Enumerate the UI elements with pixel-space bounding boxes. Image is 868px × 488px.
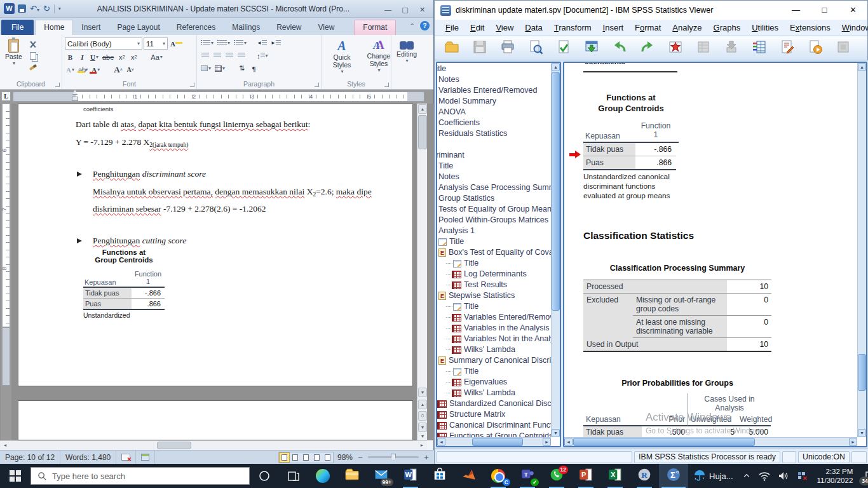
tree-item-title[interactable]: Title: [437, 258, 551, 269]
page-indicator[interactable]: Page: 10 of 12: [0, 451, 60, 464]
action-center-button[interactable]: 34: [858, 464, 868, 488]
document-page-next[interactable]: [18, 400, 413, 440]
customize-qat-icon[interactable]: ▾: [58, 6, 61, 11]
tab-format[interactable]: Format: [354, 20, 396, 35]
tree-item-variables-entered-removed[interactable]: Variables Entered/Removed: [437, 312, 551, 323]
scroll-right-icon[interactable]: ►: [849, 438, 857, 446]
quick-styles-button[interactable]: A Quick Styles ▾: [324, 37, 360, 76]
document-page[interactable]: coefficients Dari table di atas, dapat k…: [18, 104, 413, 386]
borders-button[interactable]: ▾: [214, 63, 226, 74]
taskbar-app-edge[interactable]: [308, 464, 337, 488]
tree-item-structure-matrix[interactable]: Structure Matrix: [437, 409, 551, 420]
left-indent-marker[interactable]: [72, 97, 78, 101]
align-center-button[interactable]: [212, 50, 222, 61]
output-content[interactable]: coefficients Functions at Group Centroid…: [564, 63, 857, 437]
scroll-down-icon[interactable]: ▼: [858, 429, 866, 437]
print-preview-button[interactable]: [525, 38, 546, 58]
web-layout-view-button[interactable]: [301, 452, 311, 463]
scroll-down-icon[interactable]: ▼: [552, 429, 560, 437]
menu-insert[interactable]: Insert: [597, 21, 630, 34]
collapse-ribbon-icon[interactable]: ⌃: [410, 22, 415, 29]
taskbar-app-mail[interactable]: 99+: [367, 464, 396, 488]
menu-window[interactable]: Window: [836, 21, 868, 34]
word-horizontal-scrollbar[interactable]: ◄ ►: [0, 440, 427, 450]
tree-item-tests-of-equality-of-group-means[interactable]: Tests of Equality of Group Means: [437, 204, 551, 215]
maximize-button[interactable]: ▢: [397, 3, 414, 15]
tree-item-functions-at-group-centroids[interactable]: Functions at Group Centroids: [437, 431, 551, 437]
minimize-button[interactable]: —: [379, 3, 397, 15]
menu-utilities[interactable]: Utilities: [746, 21, 784, 34]
scrollbar-thumb[interactable]: [472, 438, 523, 446]
tree-item-title[interactable]: Title: [437, 366, 551, 377]
taskbar-app-word[interactable]: W: [396, 464, 425, 488]
taskbar-app-whatsapp[interactable]: 12: [542, 464, 571, 488]
scrollbar-thumb[interactable]: [157, 442, 191, 449]
numbering-button[interactable]: ▾: [216, 37, 231, 48]
tree-item-title[interactable]: Title: [437, 161, 551, 172]
menu-view[interactable]: View: [490, 21, 519, 34]
content-horizontal-scrollbar[interactable]: ◄ ►: [564, 437, 857, 446]
redo-button[interactable]: [637, 38, 658, 58]
help-icon[interactable]: ?: [420, 21, 430, 30]
tab-file[interactable]: File: [1, 20, 34, 35]
paragraph-dialog-launcher-icon[interactable]: [315, 83, 319, 87]
variables-button[interactable]: [749, 38, 770, 58]
tree-item-title[interactable]: Title: [437, 64, 551, 74]
taskbar-app-teams[interactable]: T✓: [513, 464, 542, 488]
tree-item-variables-not-in-the-analysis[interactable]: Variables Not in the Analysis: [437, 334, 551, 344]
zoom-slider-thumb[interactable]: [391, 454, 396, 461]
spellcheck-status[interactable]: [116, 451, 136, 464]
scroll-up-icon[interactable]: ▲: [418, 104, 427, 114]
font-size-select[interactable]: 11▾: [144, 37, 168, 50]
font-color-button[interactable]: A▾: [90, 64, 101, 75]
menu-analyze[interactable]: Analyze: [667, 21, 707, 34]
text-effects-button[interactable]: A▾: [65, 64, 76, 75]
sort-button[interactable]: ⇅: [236, 63, 247, 74]
tree-item-group-statistics[interactable]: Group Statistics: [437, 193, 551, 204]
strikethrough-button[interactable]: abe: [101, 51, 115, 62]
scroll-left-icon[interactable]: ◄: [1, 442, 10, 449]
weather-widget[interactable]: Huja...: [688, 470, 738, 482]
superscript-button[interactable]: x2: [128, 51, 139, 62]
tree-item-summary-of-canonical-discriminant-functions[interactable]: ESummary of Canonical Discriminant Funct…: [437, 355, 551, 366]
taskbar-app-file-explorer[interactable]: [337, 464, 367, 488]
grow-font-button[interactable]: A˄: [112, 64, 123, 75]
print-layout-view-button[interactable]: [279, 452, 290, 463]
multilevel-list-button[interactable]: ▾: [233, 37, 248, 48]
tree-item-notes[interactable]: Notes: [437, 74, 551, 85]
volume-button[interactable]: [774, 464, 793, 488]
tree-item-variables-in-the-analysis[interactable]: Variables in the Analysis: [437, 323, 551, 334]
format-painter-button[interactable]: [27, 62, 39, 72]
tree-item-residuals-statistics[interactable]: Residuals Statistics: [437, 128, 551, 139]
zoom-slider[interactable]: [368, 456, 419, 458]
font-dialog-launcher-icon[interactable]: [190, 83, 194, 87]
align-left-button[interactable]: [200, 50, 210, 61]
maximize-button[interactable]: □: [810, 1, 839, 20]
menu-data[interactable]: Data: [519, 21, 548, 34]
menu-graphs[interactable]: Graphs: [708, 21, 747, 34]
tree-item-stepwise-statistics[interactable]: EStepwise Statistics: [437, 290, 551, 301]
menu-file[interactable]: File: [440, 21, 465, 34]
scroll-right-icon[interactable]: ►: [543, 438, 551, 446]
tree-item-canonical-discriminant-function-coefficients[interactable]: Canonical Discriminant Function Coeffici…: [437, 420, 551, 431]
editing-button[interactable]: Editing ▾: [394, 40, 419, 65]
tree-item-title[interactable]: Title: [437, 236, 551, 247]
paste-button[interactable]: Paste ▾: [3, 37, 25, 72]
tree-item-pooled-within-groups-matrices[interactable]: Pooled Within-Groups Matrices: [437, 215, 551, 226]
vertical-ruler[interactable]: 678: [1, 104, 11, 440]
tab-review[interactable]: Review: [268, 20, 309, 35]
bold-button[interactable]: B: [65, 51, 76, 62]
increase-indent-button[interactable]: ►: [269, 37, 282, 48]
clock[interactable]: 2:32 PM 11/30/2022: [812, 467, 858, 485]
zoom-in-button[interactable]: +: [423, 452, 430, 462]
taskbar-app-excel[interactable]: X: [600, 464, 630, 488]
scrollbar-thumb[interactable]: [552, 72, 560, 311]
scroll-up-icon[interactable]: ▲: [552, 63, 560, 71]
scroll-left-icon[interactable]: ◄: [437, 438, 445, 446]
taskbar-app-powerpoint[interactable]: P: [571, 464, 600, 488]
bullets-button[interactable]: ▾: [200, 37, 215, 48]
print-button[interactable]: [497, 38, 519, 58]
tab-page-layout[interactable]: Page Layout: [109, 20, 168, 35]
undo-button[interactable]: [609, 38, 630, 58]
line-spacing-button[interactable]: ↕▾: [255, 50, 269, 61]
